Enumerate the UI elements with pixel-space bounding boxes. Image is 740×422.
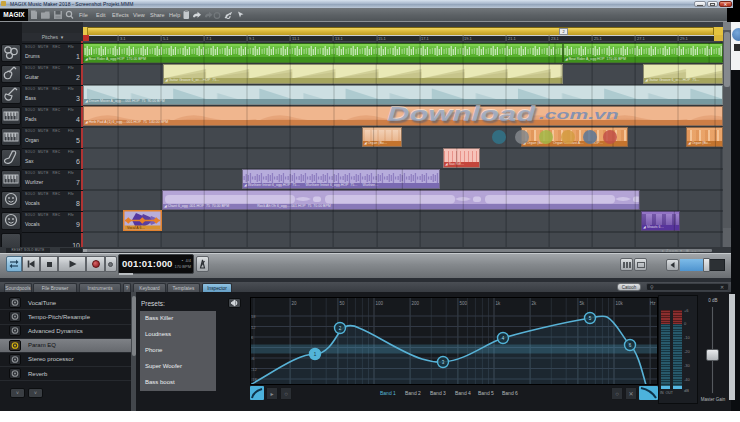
svg-text:Vocal A 6…: Vocal A 6… [127, 226, 145, 230]
